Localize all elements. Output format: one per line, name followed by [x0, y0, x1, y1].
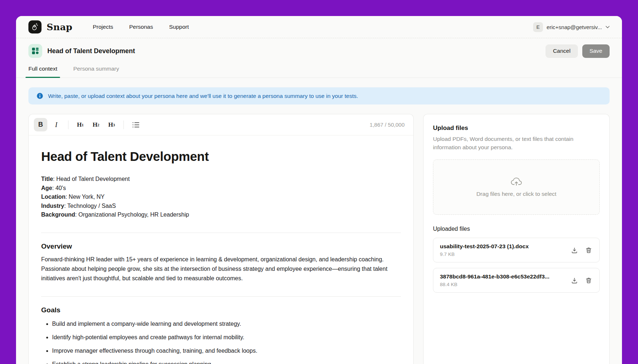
trash-icon[interactable]: [584, 276, 593, 285]
header-actions: Cancel Save: [546, 44, 610, 58]
file-actions: [566, 246, 593, 254]
goal-item: Improve manager effectiveness through co…: [52, 347, 401, 355]
overview-heading: Overview: [41, 242, 401, 250]
download-icon[interactable]: [570, 246, 579, 254]
file-size: 9.7 KB: [440, 252, 529, 257]
editor-content[interactable]: Head of Talent Development Title Head of…: [29, 135, 413, 364]
file-name: 3878bcd8-961a-481e-b308-e6c53e22df3...: [440, 273, 550, 280]
heading1-button[interactable]: H1: [74, 118, 87, 131]
meta-title: Title Head of Talent Development: [41, 175, 401, 184]
meta-location: Location New York, NY: [41, 193, 401, 202]
file-dropzone[interactable]: Drag files here, or click to select: [433, 159, 600, 215]
app-window: Snap Projects Personas Support E eric+sn…: [16, 16, 622, 364]
goals-heading: Goals: [41, 306, 401, 314]
page-title: Head of Talent Development: [47, 47, 135, 55]
tab-bar: Full context Persona summary: [16, 63, 622, 78]
uploaded-files-heading: Uploaded files: [433, 226, 600, 232]
download-icon[interactable]: [570, 276, 579, 285]
overview-paragraph: Forward-thinking HR leader with 15+ year…: [41, 255, 401, 283]
tab-full-context[interactable]: Full context: [28, 66, 57, 78]
toolbar-divider: [123, 120, 124, 129]
persona-entity: Head of Talent Development: [28, 44, 135, 58]
upload-panel-title: Upload files: [433, 124, 600, 132]
brand-logo[interactable]: Snap: [28, 20, 72, 33]
main-area: B I H1 H2 H3 1,867 / 50,000: [16, 104, 622, 364]
toolbar-divider: [68, 120, 68, 129]
file-name: usability-test-2025-07-23 (1).docx: [440, 243, 529, 250]
bold-button[interactable]: B: [34, 118, 47, 131]
user-menu[interactable]: E eric+snap@getversiv...: [533, 22, 610, 32]
upload-panel: Upload files Upload PDFs, Word documents…: [423, 114, 610, 364]
heading2-button[interactable]: H2: [89, 118, 103, 131]
avatar: E: [533, 22, 543, 32]
goal-item: Identify high-potential employees and cr…: [52, 333, 401, 341]
cancel-button[interactable]: Cancel: [546, 44, 578, 58]
file-info: 3878bcd8-961a-481e-b308-e6c53e22df3... 8…: [440, 273, 550, 287]
file-actions: [566, 276, 593, 285]
goals-list: Build and implement a company-wide learn…: [41, 320, 401, 364]
italic-button[interactable]: I: [50, 118, 63, 131]
character-count: 1,867 / 50,000: [370, 122, 408, 128]
trash-icon[interactable]: [584, 246, 593, 254]
goal-item: Establish a strong leadership pipeline f…: [52, 360, 401, 364]
page-header: Head of Talent Development Cancel Save: [16, 38, 622, 63]
banner-text: Write, paste, or upload context about yo…: [48, 93, 358, 99]
file-size: 88.4 KB: [440, 282, 550, 287]
uploaded-file-row: usability-test-2025-07-23 (1).docx 9.7 K…: [433, 238, 600, 262]
tab-persona-summary[interactable]: Persona summary: [73, 66, 119, 78]
meta-industry: Industry Technology / SaaS: [41, 202, 401, 211]
snap-hand-icon: [28, 20, 42, 33]
dropzone-label: Drag files here, or click to select: [476, 191, 556, 197]
cloud-upload-icon: [511, 177, 522, 186]
file-info: usability-test-2025-07-23 (1).docx 9.7 K…: [440, 243, 529, 257]
upload-panel-description: Upload PDFs, Word documents, or text fil…: [433, 135, 600, 151]
editor-toolbar: B I H1 H2 H3 1,867 / 50,000: [29, 114, 413, 135]
user-email: eric+snap@getversiv...: [547, 24, 602, 30]
bullet-list-button[interactable]: [129, 118, 142, 131]
info-icon: [36, 92, 43, 99]
section-divider: [41, 296, 401, 297]
meta-background: Background Organizational Psychology, HR…: [41, 210, 401, 219]
persona-grid-icon: [28, 44, 42, 58]
nav-item-projects[interactable]: Projects: [93, 24, 113, 30]
info-banner: Write, paste, or upload context about yo…: [28, 87, 610, 104]
section-divider: [41, 233, 401, 233]
goal-item: Build and implement a company-wide learn…: [52, 320, 401, 328]
brand-name: Snap: [47, 22, 72, 32]
top-nav: Snap Projects Personas Support E eric+sn…: [16, 16, 622, 38]
save-button[interactable]: Save: [582, 44, 610, 58]
nav-item-personas[interactable]: Personas: [129, 24, 153, 30]
chevron-down-icon: [606, 26, 610, 28]
editor-card: B I H1 H2 H3 1,867 / 50,000: [28, 114, 414, 364]
nav-links: Projects Personas Support: [93, 24, 189, 30]
meta-age: Age 40's: [41, 184, 401, 193]
uploaded-file-row: 3878bcd8-961a-481e-b308-e6c53e22df3... 8…: [433, 268, 600, 293]
heading3-button[interactable]: H3: [105, 118, 118, 131]
nav-item-support[interactable]: Support: [169, 24, 189, 30]
document-title: Head of Talent Development: [41, 149, 401, 164]
